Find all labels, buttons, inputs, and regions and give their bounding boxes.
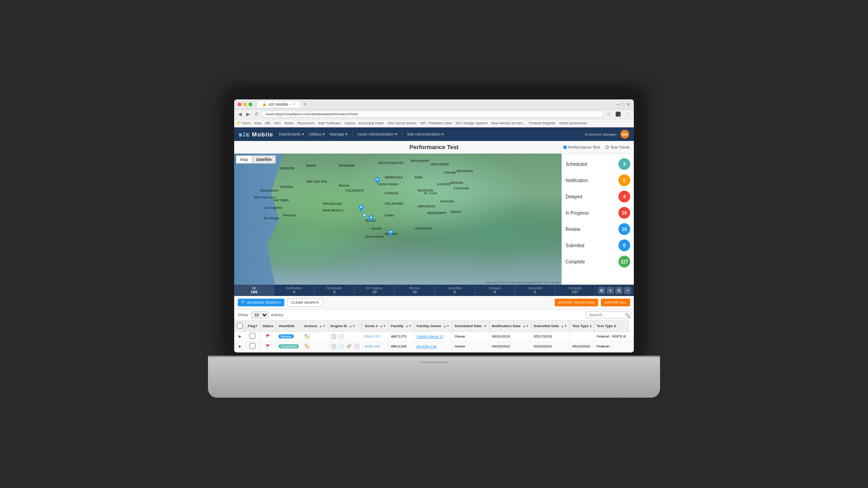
nav-manage[interactable]: Manage ▾ — [330, 131, 348, 138]
bookmark-e2comply[interactable]: e2comply folder — [359, 121, 384, 125]
maximize-icon[interactable]: □ — [623, 102, 625, 107]
minimize-icon[interactable]: — — [617, 102, 621, 107]
map-pin-3[interactable] — [362, 213, 367, 220]
tab-complete[interactable]: Complete 127 — [555, 285, 595, 296]
col-status-header[interactable]: Status — [260, 321, 276, 332]
list-view-icon[interactable]: ≡ — [607, 287, 614, 294]
menu-icon[interactable]: ⋮ — [624, 111, 631, 117]
col-facilityowner-header[interactable]: Facility Owner ▲▼ — [414, 321, 452, 332]
export-all-button[interactable]: EXPORT ALL — [601, 299, 630, 306]
flag-icon[interactable]: 🚩 — [266, 334, 270, 338]
stat-scheduled[interactable]: Scheduled 3 — [566, 157, 630, 171]
facility2-value[interactable]: Big Kitty Cat — [417, 344, 437, 348]
bookmark-federal[interactable]: Federal Register — [529, 121, 556, 125]
tab-all[interactable]: All 165 — [234, 285, 274, 296]
expand-cell[interactable]: ▶ — [235, 332, 245, 342]
nav-site-admin[interactable]: Site Administration ▾ — [407, 131, 444, 138]
stat-submittal[interactable]: Submittal 0 — [566, 239, 630, 252]
edit-icon[interactable]: ✏️ — [304, 333, 310, 340]
expand-icon[interactable]: ▶ — [239, 334, 241, 338]
tab-scheduled[interactable]: Scheduled 3 — [315, 285, 355, 296]
radio-performance[interactable]: Performance Test — [563, 145, 600, 150]
tab-inprogress[interactable]: In Progress 10 — [354, 285, 395, 296]
link2-icon[interactable]: 🔗 — [346, 343, 352, 350]
file-icon[interactable]: 📄 — [338, 333, 344, 340]
tab-cancelled[interactable]: Cancelled 2 — [515, 285, 555, 296]
col-serial-header[interactable]: Serial # ▲▼ — [363, 321, 389, 332]
col-flag-header[interactable]: Flag? — [245, 321, 260, 332]
facility-value[interactable]: Facility Name 37 — [417, 334, 444, 338]
stat-notification[interactable]: Notification 0 — [566, 174, 630, 187]
tab-submittal[interactable]: Submittal 0 — [435, 285, 475, 296]
advance-search-button[interactable]: 🔍 ADVANCE SEARCH — [238, 299, 284, 306]
flag2-icon[interactable]: 🚩 — [266, 344, 270, 348]
nav-asset-admin[interactable]: Asset Administration ▾ — [357, 131, 397, 138]
browser-tab[interactable]: 🔒 s2c Mobile - ✕ — [258, 101, 300, 108]
tab-notification[interactable]: Notification 0 — [274, 285, 315, 296]
row-checkbox[interactable] — [250, 333, 255, 339]
stat-complete[interactable]: Complete 127 — [566, 255, 630, 268]
bookmark-kids[interactable]: Kids — [254, 121, 261, 125]
col-engineid-header[interactable]: Engine ID ▲▼ — [328, 321, 362, 332]
row2-checkbox-cell[interactable] — [245, 342, 260, 352]
clock2-icon[interactable]: 🕐 — [354, 343, 360, 350]
maximize-dot[interactable] — [249, 103, 252, 106]
bookmark-resources[interactable]: Resources — [297, 121, 315, 125]
tab-review[interactable]: Review 10 — [395, 285, 435, 296]
export-selection-button[interactable]: EXPORT SELECTION — [555, 299, 598, 306]
close-dot[interactable] — [238, 103, 241, 106]
map-pin-2[interactable] — [359, 205, 364, 212]
stat-delayed[interactable]: Delayed 4 — [566, 190, 630, 203]
user-avatar[interactable]: EM — [620, 130, 629, 139]
grid-view-icon[interactable]: ⊞ — [598, 287, 605, 294]
col-facility-header[interactable]: Facility ▲▼ — [388, 321, 414, 332]
bookmark-mb[interactable]: MB — [265, 121, 270, 125]
bookmark-icon[interactable]: ☆ — [605, 111, 612, 117]
table-search-input[interactable] — [586, 311, 631, 319]
back-button[interactable]: ◀ — [237, 111, 243, 117]
copy2-icon[interactable]: 📋 — [330, 343, 337, 350]
show-entries-select[interactable]: 10 25 50 — [251, 311, 269, 319]
nav-utilities[interactable]: Utilities ▾ — [309, 131, 326, 138]
new-tab-icon[interactable]: + — [304, 102, 307, 107]
edit2-icon[interactable]: ✏️ — [304, 343, 310, 350]
tab-close-icon[interactable]: ✕ — [292, 102, 296, 106]
col-scheduleddate-header[interactable]: Scheduled Date ▼ — [452, 321, 489, 332]
select-all-checkbox[interactable] — [237, 323, 243, 328]
radio-trend[interactable]: Test Trend — [605, 145, 629, 150]
bookmark-s2cdesign[interactable]: S2C Design System — [455, 121, 488, 125]
extensions-icon[interactable]: ⬛ — [614, 111, 622, 117]
close-icon[interactable]: ✕ — [627, 102, 630, 107]
map-pin-1[interactable] — [375, 177, 380, 184]
trackpad[interactable] — [420, 361, 448, 363]
bookmark-msi[interactable]: MSI Server Demo — [388, 121, 417, 125]
address-bar[interactable] — [261, 111, 604, 117]
bookmark-s2c[interactable]: S2C — [274, 121, 281, 125]
bookmark-rules[interactable]: Rules — [285, 121, 294, 125]
row2-flag-cell[interactable]: 🚩 — [260, 342, 276, 352]
stat-inprogress[interactable]: In Progress 19 — [566, 206, 630, 220]
bookmark-epsoft[interactable]: E&P Software — [318, 121, 341, 125]
row2-checkbox[interactable] — [250, 343, 255, 349]
tab-delayed[interactable]: Delayed 4 — [475, 285, 515, 296]
row-flag-cell[interactable]: 🚩 — [260, 332, 276, 342]
bookmark-other[interactable]: Other bookmarks — [559, 121, 587, 125]
bookmark-docs[interactable]: 📁 Docs — [237, 121, 250, 125]
bookmark-canva[interactable]: Canva — [344, 121, 355, 125]
col-viewedit-header[interactable]: View/Edit — [276, 321, 302, 332]
col-testtype2-header[interactable]: Test Type 2 — [594, 321, 628, 332]
col-notificationdate-header[interactable]: Notification Date ▲▼ — [489, 321, 531, 332]
export-icon[interactable]: ↗ — [624, 287, 631, 294]
clear-search-button[interactable]: CLEAR SEARCH — [287, 298, 323, 307]
map-pin-4[interactable] — [368, 215, 374, 222]
nav-dashboards[interactable]: Dashboards ▾ — [278, 131, 304, 138]
col-submittaldate-header[interactable]: Submittal Date ▲▼ — [531, 321, 570, 332]
stat-review[interactable]: Review 10 — [566, 222, 630, 236]
map-pin-5[interactable] — [388, 230, 393, 237]
col-actions-header[interactable]: Actions ▲▼ — [302, 321, 328, 332]
copy-icon[interactable]: 📋 — [330, 333, 337, 340]
expand-cell-2[interactable]: ▶ — [235, 342, 245, 352]
map-button[interactable]: Map — [236, 155, 252, 164]
satellite-button[interactable]: Satellite — [252, 155, 276, 164]
col-testtype1-header[interactable]: Test Type 1 — [570, 321, 594, 332]
